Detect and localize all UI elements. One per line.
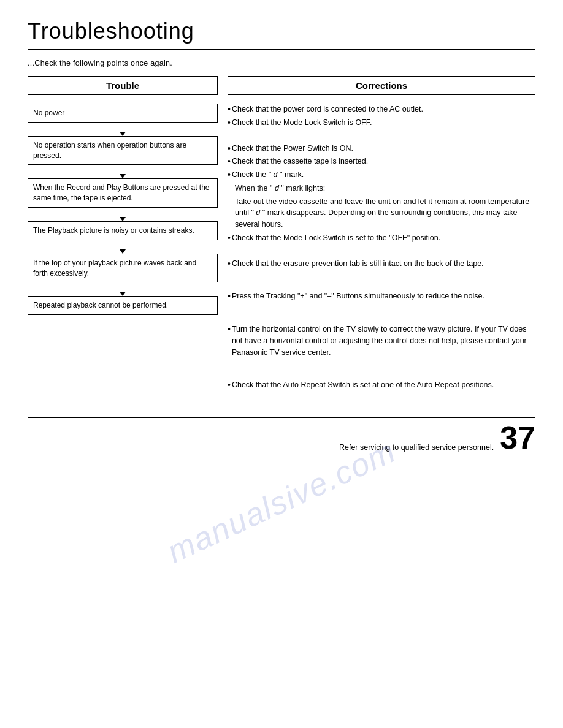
correction-bullet: • Check that the Mode Lock Switch is OFF… bbox=[228, 117, 535, 129]
bullet-icon: • bbox=[228, 379, 231, 390]
trouble-item-6: Repeated playback cannot be performed. bbox=[28, 296, 218, 315]
correction-group-4: • Press the Tracking "+" and "–" Buttons… bbox=[228, 277, 535, 310]
trouble-column: Trouble No power No operation starts whe… bbox=[28, 76, 218, 315]
correction-bullet: • Check that the Mode Lock Switch is set… bbox=[228, 232, 535, 244]
correction-bullet: • Check the " d " mark. bbox=[228, 169, 535, 181]
footer: Refer servicing to qualified service per… bbox=[28, 422, 535, 453]
flow-arrow-4 bbox=[120, 249, 126, 254]
trouble-header: Trouble bbox=[28, 76, 218, 95]
correction-group-3: • Check that the erasure prevention tab … bbox=[228, 252, 535, 278]
footer-rule bbox=[28, 417, 535, 418]
trouble-item-4: The Playback picture is noisy or contain… bbox=[28, 221, 218, 240]
bullet-text: Check that the power cord is connected t… bbox=[232, 104, 535, 115]
bullet-icon: • bbox=[228, 156, 231, 167]
corrections-header: Corrections bbox=[228, 76, 535, 95]
intro-text: ...Check the following points once again… bbox=[28, 59, 535, 67]
corrections-column: Corrections • Check that the power cord … bbox=[228, 76, 535, 399]
bullet-text: Check that the Mode Lock Switch is set t… bbox=[232, 232, 535, 244]
page: Troubleshooting ...Check the following p… bbox=[0, 0, 563, 728]
correction-bullet: • Check that the Power Switch is ON. bbox=[228, 143, 535, 154]
indent-text: When the " d " mark lights: bbox=[235, 183, 535, 194]
bullet-icon: • bbox=[228, 169, 231, 180]
bullet-icon: • bbox=[228, 324, 231, 335]
flow-spacer-1 bbox=[28, 95, 218, 104]
footer-text: Refer servicing to qualified service per… bbox=[339, 441, 494, 453]
flow-connector-5 bbox=[28, 282, 218, 296]
bullet-text: Check that the erasure prevention tab is… bbox=[232, 258, 535, 270]
correction-group-1: • Check that the power cord is connected… bbox=[228, 95, 535, 137]
bullet-icon: • bbox=[228, 104, 231, 115]
title-rule bbox=[28, 49, 535, 50]
bullet-text: Check that the Auto Repeat Switch is set… bbox=[232, 379, 535, 391]
flow-connector-4 bbox=[28, 240, 218, 254]
correction-bullet: • Check that the Auto Repeat Switch is s… bbox=[228, 379, 535, 391]
bullet-icon: • bbox=[228, 258, 231, 269]
correction-group-6: • Check that the Auto Repeat Switch is s… bbox=[228, 366, 535, 399]
correction-bullet: • Check that the cassette tape is insert… bbox=[228, 156, 535, 167]
trouble-item-2: No operation starts when operation butto… bbox=[28, 136, 218, 165]
correction-group-2: • Check that the Power Switch is ON. • C… bbox=[228, 137, 535, 252]
flow-arrow-2 bbox=[120, 174, 126, 178]
page-title: Troubleshooting bbox=[28, 18, 535, 44]
correction-bullet: • Turn the horizontal control on the TV … bbox=[228, 324, 535, 358]
bullet-text: Turn the horizontal control on the TV sl… bbox=[232, 324, 535, 358]
flow-arrow bbox=[120, 132, 126, 136]
correction-bullet: • Check that the erasure prevention tab … bbox=[228, 258, 535, 270]
bullet-text: Check the " d " mark. bbox=[232, 169, 535, 181]
trouble-flow: No power No operation starts when operat… bbox=[28, 95, 218, 315]
trouble-item-5: If the top of your playback picture wave… bbox=[28, 254, 218, 283]
bullet-icon: • bbox=[228, 117, 231, 128]
bullet-icon: • bbox=[228, 143, 231, 154]
two-column-layout: Trouble No power No operation starts whe… bbox=[28, 76, 535, 399]
bullet-icon: • bbox=[228, 290, 231, 301]
flow-connector-3 bbox=[28, 208, 218, 221]
flow-connector-2 bbox=[28, 165, 218, 178]
bullet-text: Check that the cassette tape is inserted… bbox=[232, 156, 535, 167]
bullet-icon: • bbox=[228, 232, 231, 243]
bullet-text: Check that the Mode Lock Switch is OFF. bbox=[232, 117, 535, 129]
correction-group-5: • Turn the horizontal control on the TV … bbox=[228, 310, 535, 366]
trouble-item-3: When the Record and Play Buttons are pre… bbox=[28, 178, 218, 208]
correction-bullet: • Check that the power cord is connected… bbox=[228, 104, 535, 115]
correction-bullet: • Press the Tracking "+" and "–" Buttons… bbox=[228, 290, 535, 302]
bullet-text: Check that the Power Switch is ON. bbox=[232, 143, 535, 154]
flow-arrow-3 bbox=[120, 217, 126, 221]
bullet-text: Press the Tracking "+" and "–" Buttons s… bbox=[232, 290, 535, 302]
page-number: 37 bbox=[500, 422, 535, 453]
flow-connector-1 bbox=[28, 123, 218, 136]
trouble-item-1: No power bbox=[28, 104, 218, 123]
indent-text: Take out the video cassette and leave th… bbox=[235, 196, 535, 230]
flow-arrow-5 bbox=[120, 292, 126, 296]
